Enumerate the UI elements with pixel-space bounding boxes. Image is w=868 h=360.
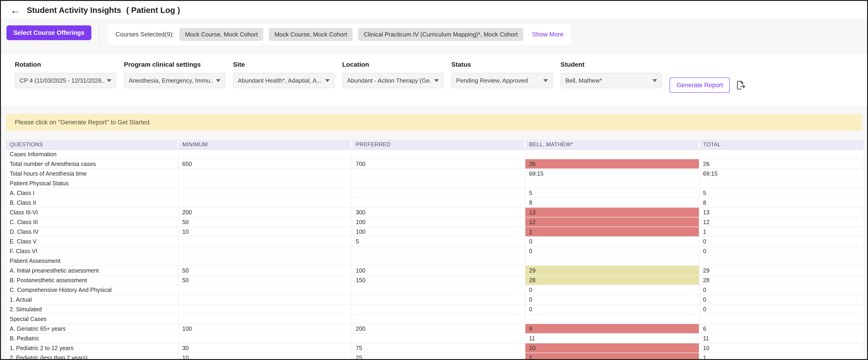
question-cell: Cases Information bbox=[6, 150, 179, 159]
total-cell: 5 bbox=[699, 188, 863, 198]
export-icon[interactable] bbox=[735, 80, 746, 91]
minimum-cell: 10 bbox=[179, 353, 352, 360]
location-select[interactable]: Abundant - Action Therapy (Ge... bbox=[342, 73, 444, 88]
status-value: Pending Review, Approved bbox=[456, 77, 528, 84]
filter-location: Location Abundant - Action Therapy (Ge..… bbox=[342, 61, 444, 88]
table-row: 1. Actual00 bbox=[6, 295, 863, 305]
preferred-cell: 100 bbox=[352, 217, 525, 227]
question-cell: Patient Assessment bbox=[6, 256, 179, 265]
question-cell: 1. Pediatric 2 to 12 years bbox=[6, 343, 179, 353]
student-value-cell: 0 bbox=[525, 295, 699, 304]
table-row: Class III-VI2003001313 bbox=[6, 208, 863, 217]
table-row: 2. Simulated00 bbox=[6, 305, 863, 314]
rotation-value: CP 4 (11/03/2025 - 12/31/2026... bbox=[20, 77, 104, 84]
courses-selected-label: Courses Selected(9): bbox=[116, 31, 174, 38]
filter-panel: Rotation CP 4 (11/03/2025 - 12/31/2026..… bbox=[1, 54, 867, 106]
chevron-down-icon bbox=[544, 79, 548, 82]
minimum-cell: 50 bbox=[179, 266, 352, 275]
table-row: A. Geriatric 65+ years10020066 bbox=[6, 324, 863, 334]
question-cell: Class III-VI bbox=[6, 208, 179, 217]
student-value-cell: 0 bbox=[525, 285, 699, 295]
question-cell: C. Class III bbox=[6, 217, 179, 227]
minimum-cell bbox=[179, 179, 352, 188]
back-arrow-icon[interactable]: ← bbox=[10, 5, 20, 15]
minimum-cell: 100 bbox=[179, 324, 352, 333]
location-label: Location bbox=[342, 61, 444, 68]
column-header-student: BELL, MATHEW* bbox=[525, 140, 699, 149]
rotation-label: Rotation bbox=[15, 61, 116, 68]
patient-log-table: QUESTIONS MINIMUM PREFERRED BELL, MATHEW… bbox=[6, 140, 863, 360]
student-value-cell: 10 bbox=[525, 343, 699, 353]
section-row: Special Cases bbox=[6, 314, 863, 324]
minimum-cell bbox=[179, 198, 352, 207]
student-value-cell: 29 bbox=[525, 266, 699, 275]
vertical-divider bbox=[99, 23, 100, 46]
minimum-cell bbox=[179, 295, 352, 304]
total-cell: 11 bbox=[699, 334, 863, 343]
minimum-cell: 650 bbox=[179, 159, 352, 169]
table-row: F. Class VI00 bbox=[6, 246, 863, 256]
student-value-cell bbox=[525, 150, 699, 159]
total-cell bbox=[699, 256, 863, 265]
program-clinical-settings-label: Program clinical settings bbox=[124, 61, 225, 68]
student-value-cell: 0 bbox=[525, 237, 699, 246]
column-header-questions: QUESTIONS bbox=[6, 140, 179, 149]
site-select[interactable]: Abundant Health*, Adaptial, A... bbox=[233, 73, 335, 88]
table-row: A. Class I55 bbox=[6, 188, 863, 198]
student-select[interactable]: Bell, Mathew* bbox=[560, 73, 662, 88]
table-row: Total number of Anesthesia cases65070026… bbox=[6, 159, 863, 169]
total-cell: 0 bbox=[699, 285, 863, 295]
filter-site: Site Abundant Health*, Adaptial, A... bbox=[233, 61, 335, 88]
total-cell: 29 bbox=[699, 266, 863, 275]
table-row: B. Pediatric1111 bbox=[6, 334, 863, 343]
column-header-minimum: MINIMUM bbox=[179, 140, 352, 149]
status-select[interactable]: Pending Review, Approved bbox=[451, 73, 553, 88]
preferred-cell bbox=[352, 179, 525, 188]
program-clinical-settings-select[interactable]: Anesthesia, Emergency, Immu... bbox=[124, 73, 225, 88]
minimum-cell bbox=[179, 150, 352, 159]
course-chip: Clinical Practicum IV (Curriculum Mappin… bbox=[358, 28, 523, 41]
course-chip: Mock Course, Mock Cohort bbox=[180, 28, 263, 41]
total-cell bbox=[699, 179, 863, 188]
status-label: Status bbox=[451, 61, 553, 68]
question-cell: Total number of Anesthesia cases bbox=[6, 159, 179, 169]
section-row: Patient Assessment bbox=[6, 256, 863, 266]
preferred-cell: 25 bbox=[352, 353, 525, 360]
section-row: Patient Physical Status bbox=[6, 179, 863, 188]
generate-report-button[interactable]: Generate Report bbox=[670, 78, 730, 93]
table-row: C. Comprehensive History And Physical00 bbox=[6, 285, 863, 295]
student-value-cell: 1 bbox=[525, 353, 699, 360]
section-row: Cases Information bbox=[6, 150, 863, 159]
preferred-cell bbox=[352, 246, 525, 256]
student-value-cell: 6 bbox=[525, 324, 699, 333]
student-label: Student bbox=[560, 61, 662, 68]
question-cell: 2. Simulated bbox=[6, 305, 179, 314]
column-header-total: TOTAL bbox=[699, 140, 863, 149]
minimum-cell: 200 bbox=[179, 208, 352, 217]
minimum-cell bbox=[179, 188, 352, 198]
total-cell bbox=[699, 150, 863, 159]
preferred-cell bbox=[352, 285, 525, 295]
select-course-offerings-button[interactable]: Select Course Offerings bbox=[6, 25, 91, 40]
table-row: 2. Pediatric (less than 2 years)102511 bbox=[6, 353, 863, 360]
minimum-cell bbox=[179, 256, 352, 265]
rotation-select[interactable]: CP 4 (11/03/2025 - 12/31/2026... bbox=[15, 73, 116, 88]
site-label: Site bbox=[233, 61, 335, 68]
student-value-cell: 8 bbox=[525, 198, 699, 207]
minimum-cell bbox=[179, 237, 352, 246]
preferred-cell bbox=[352, 256, 525, 265]
table-header-row: QUESTIONS MINIMUM PREFERRED BELL, MATHEW… bbox=[6, 140, 863, 150]
minimum-cell bbox=[179, 246, 352, 256]
banner-message: Please click on "Generate Report" to Get… bbox=[15, 119, 151, 126]
filter-status: Status Pending Review, Approved bbox=[451, 61, 553, 88]
student-value: Bell, Mathew* bbox=[565, 77, 602, 84]
total-cell: 12 bbox=[699, 217, 863, 227]
minimum-cell bbox=[179, 305, 352, 314]
minimum-cell: 30 bbox=[179, 343, 352, 353]
preferred-cell bbox=[352, 314, 525, 324]
preferred-cell bbox=[352, 188, 525, 198]
minimum-cell: 50 bbox=[179, 275, 352, 285]
question-cell: C. Comprehensive History And Physical bbox=[6, 285, 179, 295]
show-more-link[interactable]: Show More bbox=[532, 31, 564, 38]
preferred-cell: 150 bbox=[352, 275, 525, 285]
